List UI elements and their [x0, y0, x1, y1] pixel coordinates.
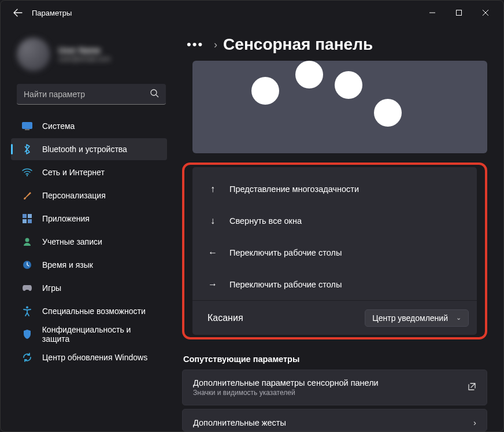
- nav-list: Система Bluetooth и устройства Сеть и Ин…: [6, 115, 172, 368]
- svg-rect-8: [28, 219, 32, 223]
- search-icon: [150, 88, 159, 99]
- profile-name: User Name: [58, 46, 110, 55]
- nav-label: Приложения: [42, 214, 90, 223]
- arrow-down-icon: ↓: [205, 216, 220, 226]
- nav-label: Время и язык: [42, 260, 93, 269]
- svg-rect-3: [25, 130, 29, 131]
- nav-network[interactable]: Сеть и Интернет: [11, 161, 167, 183]
- tap-label: Касания: [207, 313, 243, 323]
- profile-block[interactable]: User Name user@email.com: [6, 31, 172, 82]
- apps-icon: [21, 213, 33, 224]
- gesture-row-tap: Касания Центр уведомлений ⌄: [192, 300, 477, 335]
- dropdown-value: Центр уведомлений: [372, 313, 448, 323]
- nav-accessibility[interactable]: Специальные возможности: [11, 300, 167, 322]
- person-icon: [21, 236, 33, 248]
- nav-label: Учетные записи: [42, 237, 102, 246]
- gesture-card: ↑ Представление многозадачности ↓ Сверну…: [192, 167, 477, 335]
- nav-bluetooth[interactable]: Bluetooth и устройства: [11, 138, 167, 160]
- accessibility-icon: [21, 305, 33, 317]
- touch-point-icon: [295, 61, 323, 88]
- svg-point-9: [25, 238, 29, 242]
- update-icon: [21, 352, 33, 363]
- touch-point-icon: [251, 77, 279, 105]
- chevron-right-icon: ›: [214, 39, 217, 51]
- tap-dropdown[interactable]: Центр уведомлений ⌄: [365, 309, 469, 327]
- gamepad-icon: [21, 282, 33, 294]
- card-subtitle: Значки и видимость указателей: [193, 389, 379, 397]
- maximize-button[interactable]: [446, 2, 472, 23]
- minimize-button[interactable]: [419, 2, 446, 23]
- maximize-icon: [455, 9, 462, 16]
- card-touchpad-advanced[interactable]: Дополнительные параметры сенсорной панел…: [182, 370, 487, 405]
- gesture-row-right[interactable]: → Переключить рабочие столы: [192, 268, 477, 300]
- nav-privacy[interactable]: Конфиденциальность и защита: [11, 323, 167, 345]
- touch-point-icon: [335, 71, 362, 99]
- arrow-up-icon: ↑: [205, 184, 220, 194]
- arrow-left-icon: ←: [205, 248, 220, 258]
- nav-apps[interactable]: Приложения: [11, 208, 167, 230]
- highlighted-region: ↑ Представление многозадачности ↓ Сверну…: [182, 163, 487, 339]
- nav-label: Персонализация: [42, 191, 106, 200]
- nav-accounts[interactable]: Учетные записи: [11, 231, 167, 253]
- nav-label: Центр обновления Windows: [42, 353, 147, 362]
- svg-point-11: [26, 307, 28, 309]
- search-box[interactable]: [17, 84, 166, 105]
- touch-point-icon: [374, 99, 402, 127]
- arrow-right-icon: →: [205, 279, 220, 290]
- nav-label: Конфиденциальность и защита: [42, 325, 159, 344]
- main-content: ••• › Сенсорная панель ↑ Представление м…: [174, 25, 503, 431]
- nav-personalization[interactable]: Персонализация: [11, 184, 167, 206]
- minimize-icon: [429, 9, 436, 16]
- close-button[interactable]: [472, 2, 499, 23]
- profile-email: user@email.com: [58, 55, 110, 63]
- window-title: Параметры: [32, 9, 72, 17]
- gesture-label: Представление многозадачности: [229, 184, 359, 194]
- gesture-label: Переключить рабочие столы: [229, 280, 342, 289]
- svg-rect-5: [23, 214, 27, 218]
- nav-system[interactable]: Система: [11, 115, 167, 137]
- gesture-label: Переключить рабочие столы: [229, 248, 342, 257]
- gesture-label: Свернуть все окна: [229, 216, 302, 226]
- breadcrumb-overflow[interactable]: •••: [182, 37, 208, 52]
- back-button[interactable]: [8, 2, 28, 23]
- gesture-preview: [192, 61, 487, 153]
- gesture-row-left[interactable]: ← Переключить рабочие столы: [192, 237, 477, 268]
- page-title: Сенсорная панель: [223, 35, 373, 54]
- svg-rect-6: [28, 214, 32, 218]
- search-input[interactable]: [24, 90, 150, 99]
- nav-label: Сеть и Интернет: [42, 168, 105, 177]
- shield-icon: [21, 328, 33, 340]
- nav-label: Специальные возможности: [42, 307, 146, 316]
- avatar: [17, 38, 50, 71]
- svg-rect-7: [23, 219, 27, 223]
- related-heading: Сопутствующие параметры: [183, 355, 487, 364]
- card-gestures-advanced[interactable]: Дополнительные жесты ›: [182, 409, 487, 431]
- card-title: Дополнительные параметры сенсорной панел…: [193, 378, 379, 387]
- nav-update[interactable]: Центр обновления Windows: [11, 346, 167, 368]
- brush-icon: [21, 190, 33, 201]
- wifi-icon: [21, 167, 33, 178]
- clock-icon: [21, 259, 33, 271]
- arrow-left-icon: [13, 8, 23, 17]
- nav-label: Игры: [42, 283, 61, 293]
- gesture-row-up[interactable]: ↑ Представление многозадачности: [192, 173, 477, 205]
- bluetooth-icon: [21, 143, 33, 155]
- svg-rect-0: [457, 10, 462, 16]
- open-external-icon: [468, 382, 476, 393]
- breadcrumb: ••• › Сенсорная панель: [182, 35, 487, 54]
- nav-gaming[interactable]: Игры: [11, 277, 167, 299]
- chevron-right-icon: ›: [473, 418, 476, 427]
- chevron-down-icon: ⌄: [456, 314, 461, 322]
- sidebar: User Name user@email.com Система Bluetoo…: [1, 25, 174, 431]
- nav-time[interactable]: Время и язык: [11, 254, 167, 276]
- svg-point-4: [27, 175, 28, 176]
- nav-label: Система: [42, 121, 75, 131]
- gesture-row-down[interactable]: ↓ Свернуть все окна: [192, 205, 477, 237]
- card-title: Дополнительные жесты: [193, 418, 286, 427]
- svg-point-1: [151, 90, 157, 95]
- nav-label: Bluetooth и устройства: [42, 145, 127, 154]
- svg-rect-2: [23, 123, 32, 129]
- monitor-icon: [21, 120, 33, 132]
- close-icon: [482, 9, 489, 16]
- titlebar: Параметры: [1, 1, 503, 25]
